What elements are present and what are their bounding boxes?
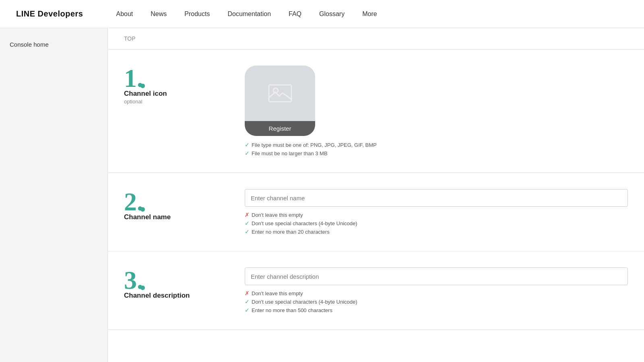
step-1-label: 1. Channel icon optional [124,66,229,105]
section-channel-description: 3. Channel description ✗ Don't leave thi… [108,251,644,330]
logo: LINE Developers [16,9,83,19]
icon-image-preview [245,66,315,121]
channel-name-input[interactable] [245,189,628,207]
req-item-1: ✓ File type must be one of: PNG, JPG, JP… [245,142,377,148]
sidebar-item-console-home[interactable]: Console home [0,36,107,53]
val-desc-text-1: Don't leave this empty [252,290,303,296]
section-channel-name: 2. Channel name ✗ Don't leave this empty… [108,173,644,251]
section-channel-icon: 1. Channel icon optional [108,49,644,173]
val-desc-1: ✗ Don't leave this empty [245,290,628,296]
breadcrumb: TOP [108,28,644,49]
req-check-1: ✓ [245,142,250,148]
step-3-label: 3. Channel description [124,267,229,300]
nav-documentation[interactable]: Documentation [219,0,280,28]
val-desc-text-2: Don't use special characters (4-byte Uni… [252,299,357,305]
req-text-1: File type must be one of: PNG, JPG, JPEG… [252,142,377,148]
channel-desc-validations: ✗ Don't leave this empty ✓ Don't use spe… [245,290,628,313]
val-name-text-3: Enter no more than 20 characters [252,229,330,235]
val-green-icon-3: ✓ [245,228,250,235]
image-placeholder-icon [268,83,292,103]
req-text-2: File must be no larger than 3 MB [252,150,328,156]
val-name-1: ✗ Don't leave this empty [245,212,628,218]
nav-faq[interactable]: FAQ [280,0,310,28]
val-name-2: ✓ Don't use special characters (4-byte U… [245,220,628,226]
channel-name-validations: ✗ Don't leave this empty ✓ Don't use spe… [245,212,628,235]
sidebar: Console home [0,28,108,362]
val-name-3: ✓ Enter no more than 20 characters [245,228,628,235]
icon-upload-area: Register ✓ File type must be one of: PNG… [245,66,377,156]
val-desc-text-3: Enter no more than 500 characters [252,307,332,313]
step-3-number-wrapper: 3. [124,267,143,293]
step-2-dot [140,207,145,212]
step-1-subtitle: optional [124,99,167,105]
icon-upload-button[interactable]: Register [245,66,315,136]
svg-rect-0 [269,85,291,102]
header: LINE Developers About News Products Docu… [0,0,644,28]
register-button[interactable]: Register [245,121,315,136]
req-check-2: ✓ [245,150,250,156]
step-1-dot [140,84,145,88]
main-nav: About News Products Documentation FAQ Gl… [107,0,386,28]
step-1-header: Channel icon optional [124,91,167,105]
nav-about[interactable]: About [107,0,142,28]
step-2-number-wrapper: 2. [124,189,143,215]
channel-description-input[interactable] [245,267,628,285]
val-red-desc-1: ✗ [245,290,250,296]
step-2-label: 2. Channel name [124,189,229,221]
step-3-dot [140,286,145,290]
val-desc-2: ✓ Don't use special characters (4-byte U… [245,298,628,305]
step-2-number: 2. [124,189,143,215]
step-1-number-wrapper: 1. [124,66,143,91]
req-item-2: ✓ File must be no larger than 3 MB [245,150,377,156]
main-content: TOP 1. Channel icon optional [108,28,644,362]
val-name-text-1: Don't leave this empty [252,212,303,218]
step-3-number: 3. [124,267,143,293]
file-requirements: ✓ File type must be one of: PNG, JPG, JP… [245,142,377,156]
val-green-desc-2: ✓ [245,298,250,305]
layout: Console home TOP 1. Channel icon optiona… [0,28,644,362]
val-name-text-2: Don't use special characters (4-byte Uni… [252,220,357,226]
channel-desc-field-area: ✗ Don't leave this empty ✓ Don't use spe… [245,267,628,313]
val-desc-3: ✓ Enter no more than 500 characters [245,307,628,313]
step-1-number: 1. [124,66,143,91]
val-green-desc-3: ✓ [245,307,250,313]
channel-name-field-area: ✗ Don't leave this empty ✓ Don't use spe… [245,189,628,235]
nav-news[interactable]: News [142,0,175,28]
val-green-icon-2: ✓ [245,220,250,226]
nav-glossary[interactable]: Glossary [310,0,353,28]
nav-products[interactable]: Products [175,0,219,28]
nav-more[interactable]: More [353,0,386,28]
val-red-icon-1: ✗ [245,212,250,218]
